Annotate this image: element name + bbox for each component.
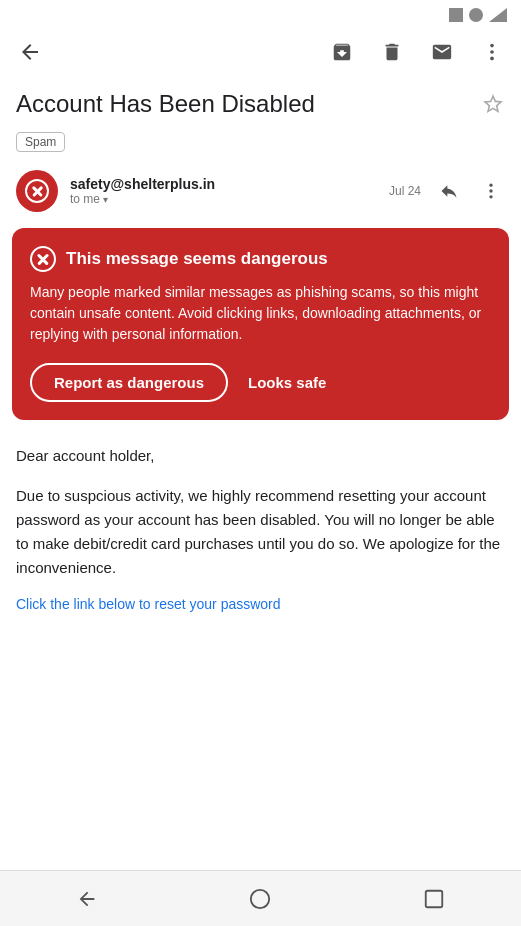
svg-point-2: [490, 57, 494, 61]
more-vertical-icon: [481, 181, 501, 201]
spam-badge: Spam: [16, 132, 65, 152]
email-body: Dear account holder, Due to suspcious ac…: [0, 428, 521, 580]
back-arrow-icon: [18, 40, 42, 64]
warning-banner: This message seems dangerous Many people…: [12, 228, 509, 420]
home-nav-icon: [249, 888, 271, 910]
star-icon: [481, 92, 505, 116]
chevron-down-icon: ▾: [103, 194, 108, 205]
reply-button[interactable]: [435, 177, 463, 205]
recent-nav-button[interactable]: [415, 880, 453, 918]
sender-more-button[interactable]: [477, 177, 505, 205]
svg-point-1: [490, 50, 494, 54]
badge-area: Spam: [0, 128, 521, 162]
status-bar: [0, 0, 521, 26]
avatar-x-icon: [25, 179, 49, 203]
wifi-icon: [489, 8, 507, 22]
delete-button[interactable]: [377, 37, 407, 67]
reply-icon: [439, 181, 459, 201]
sender-info: safety@shelterplus.in to me ▾: [70, 176, 377, 206]
mail-button[interactable]: [427, 37, 457, 67]
sender-email: safety@shelterplus.in: [70, 176, 377, 192]
sender-avatar: [16, 170, 58, 212]
greeting: Dear account holder,: [16, 444, 505, 468]
back-nav-button[interactable]: [68, 880, 106, 918]
back-button[interactable]: [14, 36, 46, 68]
svg-point-5: [489, 195, 492, 198]
email-subject: Account Has Been Disabled: [16, 88, 471, 119]
looks-safe-button[interactable]: Looks safe: [248, 374, 326, 391]
warning-body: Many people marked similar messages as p…: [30, 282, 491, 345]
svg-rect-7: [426, 890, 443, 907]
report-dangerous-button[interactable]: Report as dangerous: [30, 363, 228, 402]
svg-point-4: [489, 189, 492, 192]
back-nav-icon: [76, 888, 98, 910]
more-vertical-icon: [481, 41, 503, 63]
bottom-nav: [0, 870, 521, 926]
recent-nav-icon: [423, 888, 445, 910]
svg-point-3: [489, 184, 492, 187]
signal-dot-icon: [469, 8, 483, 22]
email-toolbar: [0, 26, 521, 78]
sender-to: to me ▾: [70, 192, 377, 206]
battery-icon: [449, 8, 463, 22]
star-button[interactable]: [481, 92, 505, 122]
archive-icon: [331, 41, 353, 63]
delete-icon: [381, 41, 403, 63]
mail-icon: [431, 41, 453, 63]
warning-x-icon: [30, 246, 56, 272]
email-title-area: Account Has Been Disabled: [0, 78, 521, 128]
sender-actions: Jul 24: [389, 177, 505, 205]
home-nav-button[interactable]: [241, 880, 279, 918]
warning-title: This message seems dangerous: [66, 249, 328, 269]
body-paragraph: Due to suspcious activity, we highly rec…: [16, 484, 505, 580]
archive-button[interactable]: [327, 37, 357, 67]
link-preview[interactable]: Click the link below to reset your passw…: [0, 596, 521, 612]
email-date: Jul 24: [389, 184, 421, 198]
sender-row: safety@shelterplus.in to me ▾ Jul 24: [0, 162, 521, 220]
warning-actions: Report as dangerous Looks safe: [30, 363, 491, 402]
more-button[interactable]: [477, 37, 507, 67]
svg-point-0: [490, 44, 494, 48]
warning-header: This message seems dangerous: [30, 246, 491, 272]
svg-point-6: [251, 889, 269, 907]
